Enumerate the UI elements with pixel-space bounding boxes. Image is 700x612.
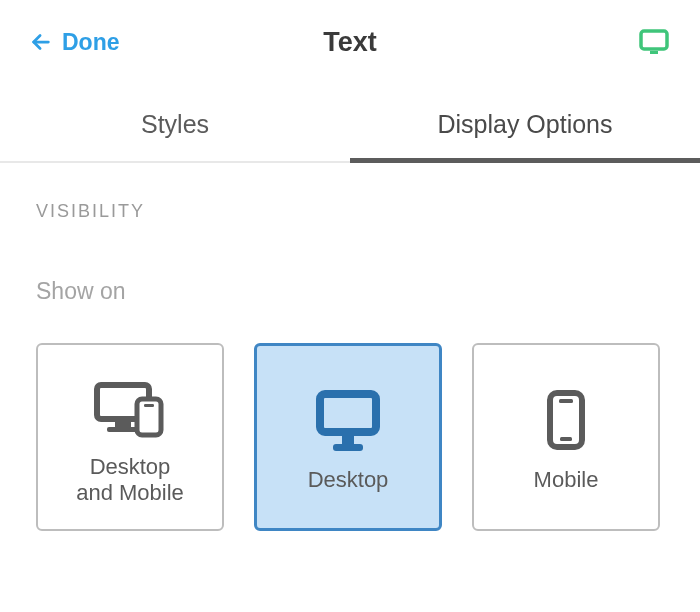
tab-display-options[interactable]: Display Options <box>350 84 700 161</box>
desktop-icon <box>313 381 383 461</box>
visibility-section-label: VISIBILITY <box>36 201 664 222</box>
svg-rect-4 <box>115 421 131 427</box>
show-on-label: Show on <box>36 278 664 305</box>
option-mobile[interactable]: Mobile <box>472 343 660 531</box>
tab-bar: Styles Display Options <box>0 84 700 163</box>
svg-rect-12 <box>559 399 573 403</box>
svg-rect-7 <box>144 404 154 407</box>
svg-rect-13 <box>560 437 572 441</box>
editor-header: Done Text <box>0 0 700 84</box>
svg-rect-2 <box>650 51 658 54</box>
svg-rect-10 <box>333 444 363 451</box>
back-arrow-icon <box>30 31 52 53</box>
option-desktop-mobile-label: Desktop and Mobile <box>76 454 184 507</box>
done-label: Done <box>62 29 120 56</box>
mobile-icon <box>544 381 588 461</box>
monitor-icon <box>638 28 670 56</box>
visibility-options: Desktop and Mobile Desktop Mobile <box>36 343 664 531</box>
tab-display-options-label: Display Options <box>437 110 612 138</box>
svg-rect-1 <box>641 31 667 49</box>
desktop-mobile-icon <box>91 368 169 448</box>
tab-styles-label: Styles <box>141 110 209 138</box>
option-desktop-label: Desktop <box>308 467 389 493</box>
option-mobile-label: Mobile <box>534 467 599 493</box>
content-area: VISIBILITY Show on Desktop and Mobile <box>0 163 700 531</box>
svg-rect-8 <box>320 394 376 432</box>
tab-styles[interactable]: Styles <box>0 84 350 161</box>
done-button[interactable]: Done <box>30 29 120 56</box>
option-desktop-and-mobile[interactable]: Desktop and Mobile <box>36 343 224 531</box>
device-preview-button[interactable] <box>638 28 670 56</box>
svg-rect-9 <box>342 434 354 444</box>
svg-rect-5 <box>107 427 139 432</box>
page-title: Text <box>323 27 377 58</box>
option-desktop[interactable]: Desktop <box>254 343 442 531</box>
